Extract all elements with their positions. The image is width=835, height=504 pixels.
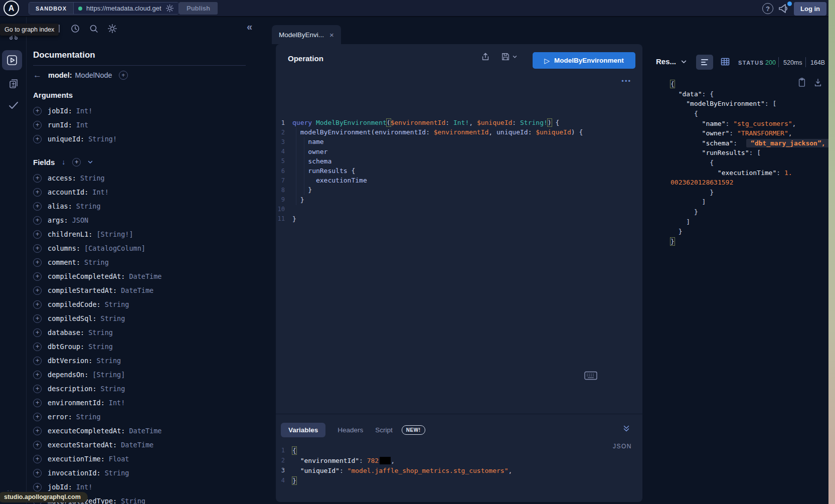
add-to-operation-icon[interactable]: +	[33, 343, 42, 351]
field-type[interactable]: String	[121, 497, 145, 504]
response-title[interactable]: Res...	[656, 57, 676, 66]
argument-row[interactable]: +jobId:Int!	[33, 104, 259, 118]
field-row[interactable]: +dependsOn:[String]	[33, 368, 259, 382]
field-type[interactable]: [String]	[92, 371, 125, 379]
field-type[interactable]: Float	[109, 455, 129, 463]
field-name[interactable]: args:	[48, 216, 68, 224]
field-type[interactable]: String	[84, 258, 109, 266]
endpoint-settings-gear-icon[interactable]	[165, 4, 174, 13]
field-row[interactable]: +compileStartedAt:DateTime	[33, 283, 259, 297]
field-name[interactable]: executeStartedAt:	[48, 441, 117, 449]
publish-button[interactable]: Publish	[179, 2, 218, 15]
field-name[interactable]: compiledSql:	[48, 314, 97, 322]
add-to-operation-icon[interactable]: +	[33, 455, 42, 463]
add-to-operation-icon[interactable]: +	[33, 469, 42, 477]
tab-variables[interactable]: Variables	[281, 423, 325, 437]
field-type[interactable]: Int!	[76, 107, 93, 115]
field-row[interactable]: +error:String	[33, 410, 259, 424]
add-to-operation-icon[interactable]: +	[33, 314, 42, 323]
field-type[interactable]: JSON	[72, 216, 89, 224]
add-to-operation-icon[interactable]: +	[33, 174, 42, 183]
field-type[interactable]: String	[88, 343, 113, 351]
add-to-operation-icon[interactable]: +	[33, 188, 42, 197]
add-to-operation-icon[interactable]: +	[33, 483, 42, 491]
announcements-megaphone-icon[interactable]	[777, 3, 791, 15]
field-type[interactable]: String	[96, 357, 121, 365]
collapse-sidebar-icon[interactable]: «	[247, 21, 252, 33]
add-all-fields-icon[interactable]: +	[119, 71, 128, 80]
field-type[interactable]: String	[76, 202, 101, 210]
field-name[interactable]: database:	[48, 328, 84, 337]
field-row[interactable]: +compiledSql:String	[33, 311, 259, 325]
field-name[interactable]: columns:	[48, 244, 80, 252]
add-to-operation-icon[interactable]: +	[33, 121, 42, 129]
history-icon[interactable]	[70, 24, 80, 34]
field-type[interactable]: String	[105, 300, 129, 308]
add-to-operation-icon[interactable]: +	[33, 230, 42, 239]
field-row[interactable]: +args:JSON	[33, 213, 259, 227]
settings-gear-icon[interactable]	[107, 24, 117, 34]
argument-row[interactable]: +runId:Int	[33, 118, 259, 132]
field-row[interactable]: +dbtVersion:String	[33, 354, 259, 368]
add-to-operation-icon[interactable]: +	[33, 357, 42, 365]
field-type[interactable]: DateTime	[121, 286, 153, 294]
field-name[interactable]: dependsOn:	[48, 371, 88, 379]
variables-editor[interactable]: 1{2 "environmentId": 782,3 "uniqueId": "…	[276, 445, 642, 485]
field-row[interactable]: +compiledCode:String	[33, 297, 259, 311]
field-name[interactable]: error:	[48, 413, 72, 421]
field-row[interactable]: +compileCompletedAt:DateTime	[33, 269, 259, 283]
field-name[interactable]: comment:	[48, 258, 80, 266]
field-type[interactable]: Int!	[109, 399, 125, 407]
field-type[interactable]: String!	[88, 135, 117, 143]
add-to-operation-icon[interactable]: +	[33, 216, 42, 225]
sandbox-explorer-tab[interactable]	[2, 50, 22, 70]
editor-options-ellipsis-icon[interactable]: •••	[621, 77, 631, 85]
checks-icon[interactable]	[0, 99, 27, 111]
field-name[interactable]: executionTime:	[48, 455, 105, 463]
add-to-operation-icon[interactable]: +	[33, 202, 42, 211]
field-row[interactable]: +description:String	[33, 382, 259, 396]
field-name[interactable]: childrenL1:	[48, 230, 92, 238]
add-fields-icon[interactable]: +	[72, 158, 81, 166]
tab-script[interactable]: Script	[375, 426, 393, 434]
field-type[interactable]: Int	[76, 121, 88, 129]
field-type[interactable]: Int!	[92, 188, 109, 196]
field-type[interactable]: [CatalogColumn]	[84, 244, 145, 252]
field-row[interactable]: +comment:String	[33, 255, 259, 269]
field-name[interactable]: jobId:	[48, 107, 72, 115]
add-to-operation-icon[interactable]: +	[33, 286, 42, 295]
field-type[interactable]: DateTime	[121, 441, 153, 449]
argument-row[interactable]: +uniqueId:String!	[33, 132, 259, 146]
graphql-editor[interactable]: 1query ModelByEnvironment($environmentId…	[276, 118, 642, 224]
save-operation-button[interactable]	[501, 52, 517, 61]
field-name[interactable]: uniqueId:	[48, 135, 84, 143]
field-name[interactable]: access:	[48, 174, 76, 182]
field-name[interactable]: compiledCode:	[48, 300, 101, 308]
share-operation-icon[interactable]	[481, 52, 490, 61]
field-type[interactable]: String	[88, 328, 113, 337]
field-name[interactable]: description:	[48, 385, 97, 393]
field-name[interactable]: dbtVersion:	[48, 357, 92, 365]
field-type[interactable]: String	[80, 174, 105, 182]
add-to-operation-icon[interactable]: +	[33, 328, 42, 337]
sort-fields-icon[interactable]: ↓	[62, 158, 65, 166]
add-to-operation-icon[interactable]: +	[33, 272, 42, 281]
field-name[interactable]: compileCompletedAt:	[48, 272, 125, 280]
field-row[interactable]: +executeStartedAt:DateTime	[33, 438, 259, 452]
field-row[interactable]: +environmentId:Int!	[33, 396, 259, 410]
field-row[interactable]: +invocationId:String	[33, 466, 259, 480]
field-row[interactable]: +alias:String	[33, 199, 259, 213]
add-to-operation-icon[interactable]: +	[33, 258, 42, 267]
run-operation-button[interactable]: ▷ ModelByEnvironment	[533, 52, 635, 69]
field-type[interactable]: String	[101, 314, 125, 322]
field-name[interactable]: executeCompletedAt:	[48, 427, 125, 435]
field-name[interactable]: dbtGroup:	[48, 343, 84, 351]
add-to-operation-icon[interactable]: +	[33, 135, 42, 143]
chevron-down-icon[interactable]	[88, 160, 93, 164]
field-type[interactable]: String	[101, 385, 125, 393]
field-type[interactable]: String	[105, 469, 129, 477]
field-row[interactable]: +childrenL1:[String!]	[33, 227, 259, 241]
field-row[interactable]: +accountId:Int!	[33, 185, 259, 199]
field-row[interactable]: +dbtGroup:String	[33, 340, 259, 354]
keyboard-shortcuts-icon[interactable]	[584, 371, 597, 380]
